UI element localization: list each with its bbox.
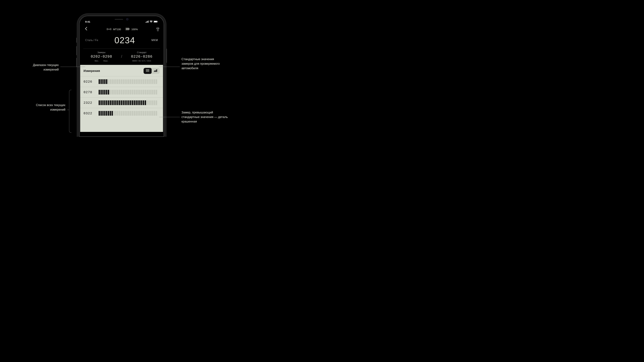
svg-rect-0	[146, 22, 146, 23]
svg-rect-21	[155, 70, 156, 72]
phone-side-button	[76, 46, 77, 55]
chart-view-button[interactable]	[152, 68, 160, 74]
svg-rect-9	[126, 28, 126, 29]
device-name: MT100	[113, 28, 121, 31]
annotation-line	[67, 110, 69, 110]
menu-icon	[146, 69, 149, 72]
material-label: Сталь / Fe	[85, 39, 98, 42]
svg-rect-1	[146, 21, 147, 23]
svg-rect-6	[158, 21, 158, 22]
svg-rect-16	[146, 69, 149, 70]
svg-rect-13	[129, 29, 130, 29]
device-info: MT100 100%	[107, 28, 138, 31]
measurement-gauge	[98, 100, 160, 105]
annotation-exceed-right: Замер, превышающий стандартные значения …	[182, 110, 230, 124]
phone-side-button	[76, 38, 77, 43]
annotation-list-left: Список всех текущих измерений	[30, 103, 66, 112]
battery-icon	[154, 20, 158, 23]
annotation-dot	[85, 66, 86, 67]
annotation-line	[159, 117, 180, 117]
svg-rect-20	[155, 70, 155, 72]
view-toggle	[144, 68, 160, 74]
measurement-row[interactable]: 0278	[80, 87, 163, 97]
svg-rect-2	[147, 21, 148, 23]
phone-side-button	[76, 58, 77, 67]
measurements-panel: Измерения 0226027823220322	[80, 65, 163, 132]
measured-range-value: 0202-0298	[85, 55, 118, 59]
measurement-gauge	[98, 79, 160, 84]
annotation-brace	[69, 90, 72, 133]
phone-frame: 9:41	[77, 14, 166, 137]
svg-rect-23	[157, 69, 157, 72]
svg-rect-11	[128, 28, 128, 29]
svg-rect-18	[146, 71, 149, 72]
cellular-icon	[146, 20, 148, 23]
annotation-dot	[157, 66, 159, 67]
annotation-dot	[158, 116, 159, 118]
phone-notch	[104, 17, 139, 22]
measured-range-label: Замеры	[85, 51, 118, 54]
svg-rect-17	[146, 70, 149, 71]
app-header: MT100 100%	[80, 24, 163, 34]
list-view-button[interactable]	[144, 68, 152, 74]
measurement-value: 2322	[84, 101, 95, 105]
svg-rect-10	[127, 28, 127, 29]
measurements-list: 0226027823220322	[80, 76, 163, 118]
svg-point-15	[158, 29, 158, 30]
annotation-range-right: Стандартные значения замеров для проверя…	[182, 57, 225, 70]
device-battery-pct: 100%	[131, 28, 138, 31]
svg-rect-5	[154, 21, 157, 22]
reading-value: 0234	[114, 35, 135, 45]
standard-range-label: Стандарт	[126, 51, 158, 54]
svg-rect-14	[157, 28, 159, 29]
wifi-icon	[150, 20, 152, 23]
svg-rect-19	[154, 71, 154, 72]
measurement-row[interactable]: 2322	[80, 97, 163, 108]
device-battery-icon	[126, 28, 130, 31]
svg-point-7	[109, 29, 110, 30]
back-button[interactable]	[84, 26, 88, 32]
standard-range-vehicle: BMW / X6 / E71 / 2015	[126, 60, 158, 62]
reading-unit: МКМ	[152, 39, 158, 42]
measurement-value: 0278	[84, 90, 95, 94]
standard-range: Стандарт 0226-0286 BMW / X6 / E71 / 2015	[126, 51, 158, 62]
measurement-value: 0322	[84, 111, 95, 115]
bars-icon	[154, 69, 157, 72]
phone-side-button	[166, 49, 167, 63]
bluetooth-signal-icon	[107, 28, 111, 31]
annotation-line	[158, 67, 180, 67]
annotation-line	[60, 67, 86, 67]
main-reading: Сталь / Fe 0234 МКМ	[80, 34, 163, 49]
annotation-range-left: Диапазон текущих измерений	[22, 63, 59, 72]
ranges-row: Замеры 0202-0298 Мин. Макс. / Стандарт 0…	[80, 49, 163, 65]
measurement-gauge	[98, 111, 160, 116]
measurement-value: 0226	[84, 80, 95, 84]
measurement-row[interactable]: 0226	[80, 76, 163, 87]
measurement-row[interactable]: 0322	[80, 108, 163, 118]
measurement-gauge	[98, 90, 160, 95]
flashlight-button[interactable]	[156, 27, 160, 31]
measured-range: Замеры 0202-0298 Мин. Макс.	[85, 51, 118, 62]
panel-title: Измерения	[84, 69, 100, 73]
status-time: 9:41	[85, 20, 90, 23]
svg-rect-22	[156, 69, 156, 72]
svg-rect-12	[128, 28, 129, 29]
measured-range-sub: Мин. Макс.	[85, 60, 118, 62]
range-separator: /	[121, 54, 122, 59]
svg-rect-3	[148, 21, 148, 23]
standard-range-value: 0226-0286	[126, 55, 158, 59]
